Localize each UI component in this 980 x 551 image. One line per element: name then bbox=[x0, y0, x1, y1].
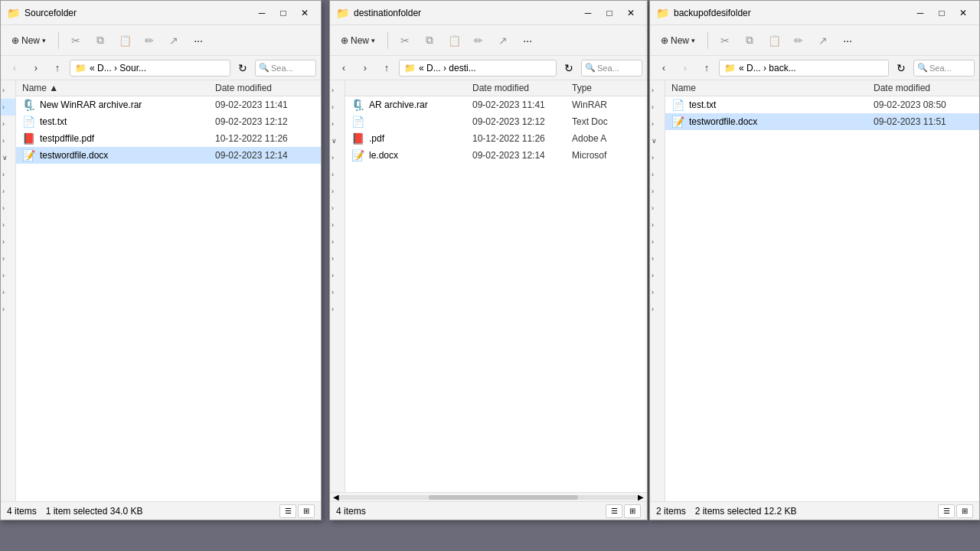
source-nav-item-10[interactable]: › bbox=[1, 233, 15, 250]
source-nav-item-13[interactable]: › bbox=[1, 284, 15, 301]
source-address-path[interactable]: 📁 « D... › Sour... bbox=[70, 60, 230, 77]
dest-hscroll[interactable]: ◀ ▶ bbox=[330, 492, 647, 501]
dest-forward-btn[interactable]: › bbox=[356, 59, 374, 77]
source-nav-item-5[interactable]: ∨ bbox=[1, 149, 15, 166]
source-col-modified[interactable]: Date modified bbox=[215, 83, 315, 93]
source-forward-btn[interactable]: › bbox=[27, 59, 45, 77]
dest-hscroll-left[interactable]: ◀ bbox=[333, 493, 339, 501]
dest-nav-item-7[interactable]: › bbox=[330, 183, 345, 200]
source-nav-item-4[interactable]: › bbox=[1, 132, 15, 149]
dest-file-row-4[interactable]: 📝 le.docx 09-02-2023 12:14 Microsof bbox=[345, 147, 647, 164]
source-nav-item-2[interactable]: › bbox=[1, 99, 15, 116]
dest-nav-item-8[interactable]: › bbox=[330, 200, 345, 217]
backup-address-path[interactable]: 📁 « D... › back... bbox=[719, 60, 889, 77]
dest-up-btn[interactable]: ↑ bbox=[377, 59, 396, 77]
source-tiles-view-btn[interactable]: ⊞ bbox=[298, 504, 315, 518]
source-file-row-2[interactable]: 📄 test.txt 09-02-2023 12:12 bbox=[16, 113, 321, 130]
dest-nav-item-12[interactable]: › bbox=[330, 267, 345, 284]
dest-minimize-btn[interactable]: ─ bbox=[578, 5, 598, 21]
backup-file-list[interactable]: Name Date modified 📄 test.txt 09-02-2023… bbox=[665, 80, 979, 501]
backup-file-row-2[interactable]: 📝 testwordfile.docx 09-02-2023 11:51 bbox=[665, 113, 979, 130]
backup-nav-item-10[interactable]: › bbox=[650, 233, 665, 250]
dest-nav-item-14[interactable]: › bbox=[330, 301, 345, 318]
dest-tiles-view-btn[interactable]: ⊞ bbox=[624, 504, 641, 518]
backup-nav-item-11[interactable]: › bbox=[650, 250, 665, 267]
backup-nav-item-2[interactable]: › bbox=[650, 99, 665, 116]
dest-file-row-3[interactable]: 📕 .pdf 10-12-2022 11:26 Adobe A bbox=[345, 130, 647, 147]
dest-list-view-btn[interactable]: ☰ bbox=[606, 504, 622, 518]
dest-col-type[interactable]: Type bbox=[572, 83, 641, 93]
dest-address-path[interactable]: 📁 « D... › desti... bbox=[399, 60, 557, 77]
dest-refresh-btn[interactable]: ↻ bbox=[560, 59, 578, 77]
dest-search-box[interactable]: 🔍 Sea... bbox=[581, 60, 642, 77]
backup-tiles-view-btn[interactable]: ⊞ bbox=[956, 504, 973, 518]
source-refresh-btn[interactable]: ↻ bbox=[234, 59, 252, 77]
dest-nav-item-11[interactable]: › bbox=[330, 250, 345, 267]
source-nav-item-12[interactable]: › bbox=[1, 267, 15, 284]
source-nav-item-7[interactable]: › bbox=[1, 183, 15, 200]
dest-nav-item-4[interactable]: ∨ bbox=[330, 132, 345, 149]
dest-hscroll-track[interactable] bbox=[339, 495, 638, 500]
dest-new-btn[interactable]: ⊕ New ▾ bbox=[335, 32, 381, 49]
dest-nav-item-3[interactable]: › bbox=[330, 116, 345, 132]
source-nav-item-11[interactable]: › bbox=[1, 250, 15, 267]
dest-file-list[interactable]: Date modified Type 🗜️ AR archive.rar 09-… bbox=[345, 80, 647, 492]
dest-col-modified[interactable]: Date modified bbox=[472, 83, 572, 93]
dest-nav-item-1[interactable]: › bbox=[330, 82, 345, 99]
dest-more-btn[interactable]: ··· bbox=[517, 30, 538, 51]
source-new-btn[interactable]: ⊕ New ▾ bbox=[5, 32, 52, 49]
backup-file-row-1[interactable]: 📄 test.txt 09-02-2023 08:50 bbox=[665, 96, 979, 113]
source-nav-item-6[interactable]: › bbox=[1, 166, 15, 183]
source-minimize-btn[interactable]: ─ bbox=[252, 5, 272, 21]
source-nav-item-14[interactable]: › bbox=[1, 301, 15, 318]
source-search-box[interactable]: 🔍 Sea... bbox=[255, 60, 316, 77]
backup-nav-item-13[interactable]: › bbox=[650, 284, 665, 301]
dest-hscroll-thumb[interactable] bbox=[429, 495, 578, 500]
backup-nav-item-4[interactable]: ∨ bbox=[650, 132, 665, 149]
backup-nav-item-1[interactable]: › bbox=[650, 82, 665, 99]
source-more-btn[interactable]: ··· bbox=[188, 30, 209, 51]
source-maximize-btn[interactable]: □ bbox=[273, 5, 293, 21]
source-file-list[interactable]: Name ▲ Date modified 🗜️ New WinRAR archi… bbox=[16, 80, 321, 501]
source-nav-item-8[interactable]: › bbox=[1, 200, 15, 217]
backup-new-btn[interactable]: ⊕ New ▾ bbox=[655, 32, 701, 49]
backup-search-box[interactable]: 🔍 Sea... bbox=[913, 60, 975, 77]
backup-back-btn[interactable]: ‹ bbox=[655, 59, 673, 77]
dest-hscroll-right[interactable]: ▶ bbox=[638, 493, 644, 501]
backup-nav-item-7[interactable]: › bbox=[650, 183, 665, 200]
backup-col-name[interactable]: Name bbox=[671, 83, 874, 93]
backup-nav-item-5[interactable]: › bbox=[650, 149, 665, 166]
source-file-row-1[interactable]: 🗜️ New WinRAR archive.rar 09-02-2023 11:… bbox=[16, 96, 321, 113]
dest-file-row-2[interactable]: 📄 09-02-2023 12:12 Text Doc bbox=[345, 113, 647, 130]
backup-minimize-btn[interactable]: ─ bbox=[910, 5, 930, 21]
backup-more-btn[interactable]: ··· bbox=[837, 30, 858, 51]
dest-back-btn[interactable]: ‹ bbox=[335, 59, 353, 77]
dest-nav-item-9[interactable]: › bbox=[330, 217, 345, 233]
source-nav-item-9[interactable]: › bbox=[1, 217, 15, 233]
backup-maximize-btn[interactable]: □ bbox=[932, 5, 952, 21]
dest-nav-item-5[interactable]: › bbox=[330, 149, 345, 166]
source-file-row-3[interactable]: 📕 testpdffile.pdf 10-12-2022 11:26 bbox=[16, 130, 321, 147]
source-nav-item-3[interactable]: › bbox=[1, 116, 15, 132]
source-file-row-4[interactable]: 📝 testwordfile.docx 09-02-2023 12:14 bbox=[16, 147, 321, 164]
dest-nav-item-6[interactable]: › bbox=[330, 166, 345, 183]
dest-close-btn[interactable]: ✕ bbox=[621, 5, 641, 21]
backup-list-view-btn[interactable]: ☰ bbox=[938, 504, 955, 518]
dest-file-row-1[interactable]: 🗜️ AR archive.rar 09-02-2023 11:41 WinRA… bbox=[345, 96, 647, 113]
dest-maximize-btn[interactable]: □ bbox=[599, 5, 619, 21]
backup-nav-item-12[interactable]: › bbox=[650, 267, 665, 284]
backup-nav-item-8[interactable]: › bbox=[650, 200, 665, 217]
dest-nav-item-10[interactable]: › bbox=[330, 233, 345, 250]
source-col-name[interactable]: Name ▲ bbox=[22, 83, 215, 93]
backup-nav-item-3[interactable]: › bbox=[650, 116, 665, 132]
backup-nav-item-14[interactable]: › bbox=[650, 301, 665, 318]
source-nav-item-1[interactable]: › bbox=[1, 82, 15, 99]
backup-up-btn[interactable]: ↑ bbox=[697, 59, 716, 77]
backup-nav-item-6[interactable]: › bbox=[650, 166, 665, 183]
backup-col-modified[interactable]: Date modified bbox=[874, 83, 973, 93]
source-close-btn[interactable]: ✕ bbox=[295, 5, 315, 21]
source-list-view-btn[interactable]: ☰ bbox=[279, 504, 296, 518]
dest-nav-item-13[interactable]: › bbox=[330, 284, 345, 301]
source-up-btn[interactable]: ↑ bbox=[48, 59, 67, 77]
dest-nav-item-2[interactable]: › bbox=[330, 99, 345, 116]
